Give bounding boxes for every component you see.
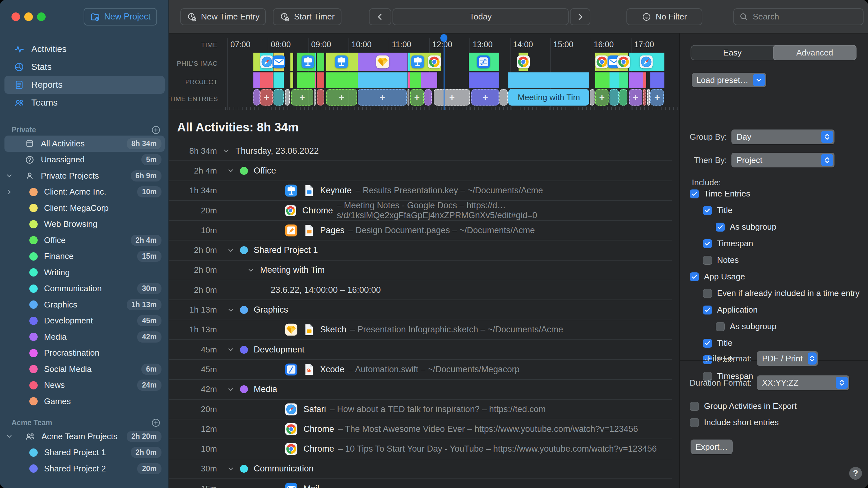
sidebar-item[interactable]: Private Projects6h 9m [4, 168, 165, 184]
report-row[interactable]: 15mMail [169, 479, 672, 488]
sidebar-nav-stats[interactable]: Stats [4, 58, 165, 76]
search-input[interactable] [752, 11, 858, 22]
time-entry-pill[interactable]: + [595, 89, 609, 105]
playhead-knob[interactable] [440, 34, 447, 42]
tab-advanced[interactable]: Advanced [773, 45, 857, 60]
sidebar-item[interactable]: Social Media6m [4, 361, 165, 377]
zoom-window-icon[interactable] [37, 12, 45, 21]
time-entry-pill[interactable] [253, 89, 260, 105]
sidebar-item[interactable]: Shared Project 220m [4, 461, 165, 477]
checkbox[interactable] [703, 239, 712, 248]
time-entry-pill[interactable] [317, 89, 324, 105]
sidebar-item[interactable]: Acme Team Projects2h 20m [4, 428, 165, 445]
checkbox[interactable] [716, 223, 725, 232]
chevron-right-icon[interactable] [4, 189, 14, 196]
sidebar-nav-activities[interactable]: Activities [4, 40, 165, 58]
sidebar-item[interactable]: Client: Acme Inc.10m [4, 184, 165, 200]
minimize-window-icon[interactable] [24, 12, 33, 21]
report-row[interactable]: 1h 34mKeynote– Results Presentation.key … [169, 181, 672, 201]
time-entry-pill[interactable]: + [650, 89, 664, 105]
chevron-down-icon[interactable] [223, 148, 230, 154]
sidebar-nav-teams[interactable]: Teams [4, 94, 165, 111]
report-row[interactable]: 20mChrome– Meeting Notes - Google Docs –… [169, 201, 672, 221]
sidebar-item[interactable]: Games [4, 393, 165, 410]
sidebar-item[interactable]: Web Browsing [4, 216, 165, 232]
sidebar-item[interactable]: Communication30m [4, 281, 165, 297]
tab-easy[interactable]: Easy [691, 45, 774, 60]
sidebar-item[interactable]: Graphics1h 13m [4, 297, 165, 313]
report-row[interactable]: 42mMedia [169, 380, 672, 400]
chevron-down-icon[interactable] [4, 172, 14, 179]
time-entry-pill[interactable] [610, 89, 619, 105]
report-row[interactable]: 2h 0mMeeting with Tim [169, 261, 672, 280]
load-preset-button[interactable]: Load preset… [692, 73, 766, 87]
time-entry-pill[interactable] [643, 89, 646, 105]
report-row[interactable]: 45mXcode– Automation.swift – ~/Documents… [169, 360, 672, 380]
sidebar-item[interactable]: News24m [4, 377, 165, 394]
time-entry-pill[interactable]: + [410, 89, 424, 105]
checkbox[interactable] [690, 418, 699, 427]
time-entry-pill[interactable]: Meeting with Tim [508, 89, 589, 105]
time-entry-pill[interactable]: + [471, 89, 499, 105]
report-row[interactable]: 1h 13mGraphics [169, 300, 672, 320]
start-timer-button[interactable]: Start Timer [273, 8, 341, 25]
report-row[interactable]: 10mPages– Design Document.pages – ~/Docu… [169, 221, 672, 240]
playhead[interactable] [443, 35, 444, 110]
time-entry-pill[interactable] [619, 89, 627, 105]
sidebar-nav-reports[interactable]: Reports [4, 76, 165, 94]
value-select[interactable]: XX:YY:ZZ [757, 376, 849, 390]
sidebar-item[interactable]: Client: MegaCorp [4, 200, 165, 216]
report-row[interactable]: 20mSafari– How about a TED talk for insp… [169, 400, 672, 419]
sidebar-item[interactable]: Procrastination [4, 345, 165, 361]
checkbox[interactable] [703, 256, 712, 265]
time-entry-pill[interactable]: + [358, 89, 407, 105]
value-select[interactable]: PDF / Print [757, 351, 818, 366]
report-row[interactable]: 2h 0m23.6.22, 14:00:00 – 16:00:00 [169, 280, 672, 300]
sidebar-item[interactable]: Writing [4, 264, 165, 281]
time-entry-pill[interactable]: + [326, 89, 357, 105]
filter-button[interactable]: No Filter [626, 8, 702, 25]
report-row[interactable]: 2h 0mShared Project 1 [169, 240, 672, 260]
previous-day-button[interactable] [369, 8, 391, 25]
today-button[interactable]: Today [393, 8, 569, 25]
then-by-select[interactable]: Project [732, 153, 835, 167]
help-button[interactable]: ? [849, 467, 862, 480]
time-entry-pill[interactable] [425, 89, 432, 105]
checkbox[interactable] [690, 402, 699, 411]
time-entry-pill[interactable] [274, 89, 284, 105]
close-window-icon[interactable] [11, 12, 20, 21]
sidebar-item[interactable]: Development45m [4, 313, 165, 329]
new-project-button[interactable]: New Project [84, 8, 157, 26]
checkbox[interactable] [703, 289, 712, 298]
checkbox[interactable] [690, 190, 699, 198]
time-entry-pill[interactable] [647, 89, 650, 105]
checkbox[interactable] [703, 206, 712, 215]
chevron-down-icon[interactable] [4, 433, 14, 440]
report-row[interactable]: 1h 13mSketch– Presentation Infographic.s… [169, 320, 672, 340]
chevron-down-icon[interactable] [227, 306, 234, 314]
report-row[interactable]: 12mChrome– The Most Awesome Video Ever –… [169, 419, 672, 439]
report-row[interactable]: 8h 34mThursday, 23.06.2022 [169, 141, 672, 161]
time-entry-pill[interactable]: + [629, 89, 642, 105]
time-entry-pill[interactable] [407, 89, 409, 105]
sidebar-item[interactable]: All Activities8h 34m [4, 135, 165, 152]
next-day-button[interactable] [570, 8, 590, 25]
report-row[interactable]: 10mChrome– 10 Tips To Start Your Day - Y… [169, 439, 672, 459]
search-field[interactable] [733, 8, 864, 25]
time-entry-pill[interactable]: + [260, 89, 273, 105]
sidebar-item[interactable]: Shared Project 12h 0m [4, 445, 165, 461]
report-row[interactable]: 45mDevelopment [169, 340, 672, 360]
export-button[interactable]: Export… [690, 440, 733, 454]
checkbox[interactable] [690, 272, 699, 281]
sidebar-item[interactable]: Unassigned5m [4, 152, 165, 168]
time-entry-pill[interactable] [285, 89, 290, 105]
checkbox[interactable] [716, 322, 725, 331]
chevron-down-icon[interactable] [247, 267, 254, 274]
time-entry-pill[interactable] [590, 89, 594, 105]
add-project-icon[interactable] [151, 418, 161, 428]
group-by-select[interactable]: Day [732, 130, 835, 144]
checkbox[interactable] [703, 339, 712, 348]
sidebar-item[interactable]: Finance15m [4, 249, 165, 265]
chevron-down-icon[interactable] [227, 386, 234, 393]
time-entry-pill[interactable]: + [434, 89, 470, 105]
